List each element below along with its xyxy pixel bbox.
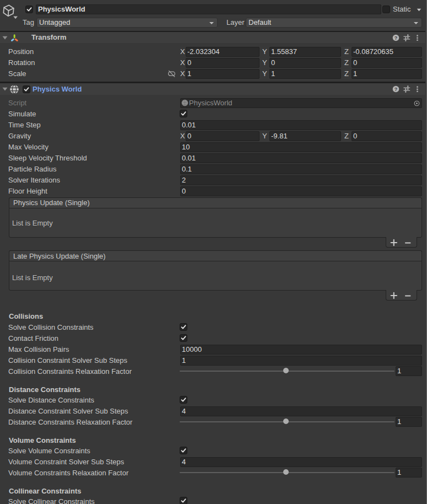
svg-text:?: ? (394, 35, 398, 41)
svg-text:?: ? (394, 87, 398, 92)
